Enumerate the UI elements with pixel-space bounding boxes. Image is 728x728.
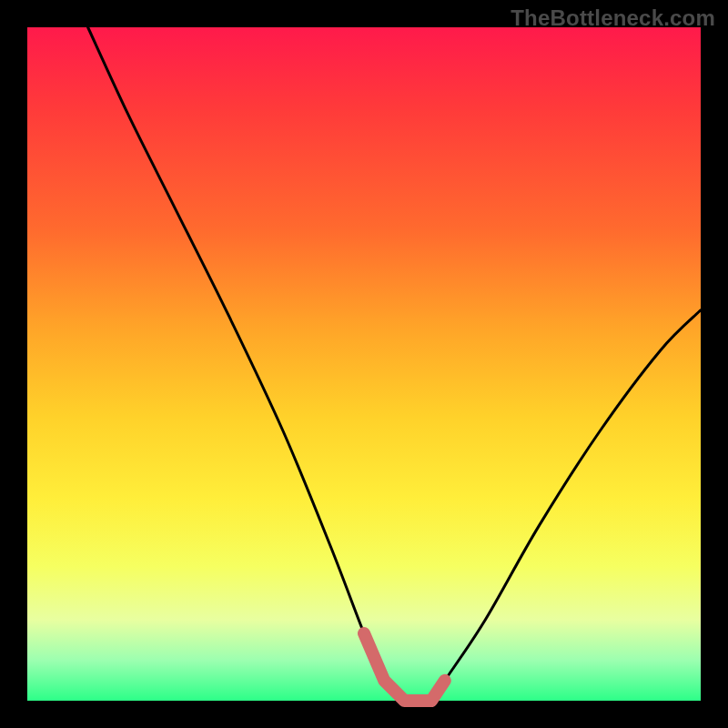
optimal-range-path — [364, 633, 445, 701]
plot-area — [27, 27, 701, 701]
chart-frame: TheBottleneck.com — [0, 0, 728, 728]
chart-svg — [27, 27, 701, 701]
bottleneck-curve-path — [88, 27, 701, 703]
